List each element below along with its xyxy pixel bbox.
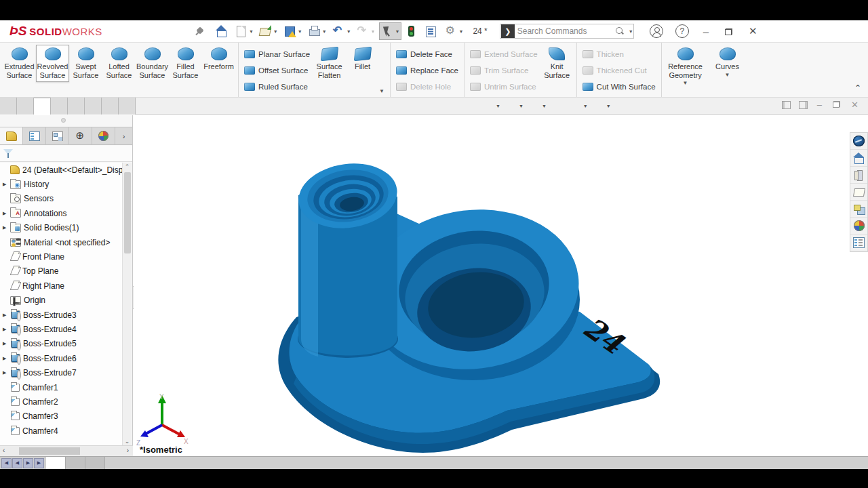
search-commands-box[interactable]: ❯ Search Commands ▼ [500,24,634,39]
graphics-viewport[interactable]: 24 Y X Z *Isometric [134,115,868,456]
dropdown-arrow-icon[interactable]: ▼ [458,29,463,34]
tree-item[interactable]: ▶ Front Plane [0,249,122,264]
menu-item[interactable] [121,28,134,34]
task-pane-button[interactable] [850,201,867,218]
doc-minimize-button[interactable]: – [812,100,827,110]
ribbon-button[interactable]: Fillet [346,45,379,82]
ribbon-button[interactable]: Untrim Surface [467,79,540,95]
dock-pane-right-icon[interactable] [799,101,808,109]
ribbon-button[interactable]: Delete Hole [393,79,461,95]
command-tab[interactable] [102,98,119,115]
dropdown-arrow-icon[interactable]: ▼ [395,29,400,34]
command-tab[interactable] [17,98,34,115]
command-tab[interactable] [51,98,68,115]
search-launch-icon[interactable]: ❯ [501,24,515,38]
dropdown-arrow-icon[interactable]: ▼ [583,104,588,108]
command-tab[interactable] [119,98,136,115]
scroll-up-icon[interactable]: ⌃ [123,163,132,170]
tree-item[interactable]: ▶ Origin [0,293,122,308]
tree-horizontal-scrollbar[interactable]: ‹ › [0,445,133,456]
toolbar-button[interactable] [422,22,441,40]
view-tool-button[interactable] [427,100,441,113]
ribbon-button[interactable]: Knit Surface [540,45,574,82]
minimize-button[interactable]: – [695,26,717,37]
view-tool-button[interactable] [445,100,459,113]
ribbon-button[interactable]: Delete Face [393,46,461,62]
ribbon-button[interactable]: Offset Surface [241,62,313,79]
restore-button[interactable] [717,26,741,37]
dropdown-arrow-icon[interactable]: ▼ [347,29,351,34]
task-pane-button[interactable] [850,184,867,201]
ribbon-button[interactable]: Cut With Surface [580,79,658,95]
tree-item[interactable]: ▶ Material <not specified> [0,235,122,249]
toolbar-button[interactable]: ▼ [257,22,280,40]
dropdown-arrow-icon[interactable]: ▼ [606,104,611,108]
tree-item[interactable]: ▶ Chamfer2 [0,394,122,409]
search-dropdown-icon[interactable]: ▼ [629,29,633,34]
panel-grip-icon[interactable] [61,118,66,123]
tree-vertical-scrollbar[interactable]: ⌃ ⌄ [122,163,132,445]
help-icon[interactable]: ? [675,24,689,38]
tree-item[interactable]: ▶ Boss-Extrude7 [0,365,122,380]
scroll-left-icon[interactable]: ‹ [3,447,5,454]
tree-item[interactable]: ▶ Boss-Extrude6 [0,351,122,365]
view-tool-button[interactable]: ▼ [481,100,500,113]
tree-item[interactable]: ▶ Solid Bodies(1) [0,221,122,235]
toolbar-button[interactable]: ▼ [355,22,378,40]
tree-item[interactable]: ▶ Sensors [0,192,122,206]
tree-item[interactable]: ▶ Chamfer3 [0,409,122,424]
doc-restore-button[interactable] [827,100,846,110]
task-pane-button[interactable] [850,218,867,235]
menu-item[interactable] [182,28,195,34]
toolbar-button[interactable] [403,22,421,40]
bottom-tab[interactable] [85,457,105,469]
tab-display-manager[interactable] [92,127,115,144]
tree-item[interactable]: ▶ Chamfer1 [0,380,122,394]
search-icon[interactable] [616,27,624,35]
command-tab[interactable] [0,98,17,115]
first-tab-button[interactable]: ◀ [1,458,12,468]
dropdown-arrow-icon[interactable]: ▼ [273,29,278,34]
dropdown-arrow-icon[interactable]: ▼ [496,104,500,108]
tree-item[interactable]: ▶ Boss-Extrude4 [0,322,122,336]
ribbon-button[interactable]: Ruled Surface [241,79,313,95]
ribbon-button[interactable]: Lofted Surface [102,45,136,82]
bottom-tab[interactable] [46,457,66,469]
view-tool-button[interactable] [463,100,477,113]
view-tool-button[interactable] [551,100,565,113]
view-tool-button[interactable]: ▼ [569,100,588,113]
view-tool-button[interactable]: ▼ [592,100,611,113]
ribbon-button[interactable]: Extend Surface [467,46,540,62]
ribbon-button[interactable]: Thicken [580,46,658,62]
ribbon-button[interactable]: Replace Face [393,62,461,79]
view-tool-button[interactable]: ▼ [528,100,547,113]
ribbon-button[interactable]: Freeform [202,45,235,74]
tab-property-manager[interactable] [23,127,46,144]
ribbon-button[interactable]: Extruded Surface [3,45,36,82]
dropdown-arrow-icon[interactable]: ▼ [249,29,254,34]
ribbon-button[interactable]: Trim Surface [467,62,540,79]
menu-item[interactable] [146,28,158,34]
command-tab[interactable] [34,98,51,115]
tree-item[interactable]: ▶ History [0,177,122,191]
prev-tab-button[interactable]: ◀ [12,458,22,468]
tree-item[interactable]: ▶ Right Plane [0,279,122,293]
task-pane-button[interactable] [850,167,867,184]
view-tool-button[interactable]: ▼ [505,100,524,113]
tab-configuration-manager[interactable] [46,127,69,144]
filter-funnel-icon[interactable] [3,149,13,158]
doc-close-button[interactable]: ✕ [846,100,864,110]
ribbon-button[interactable]: Curves ▼ [707,45,749,81]
dropdown-arrow-icon[interactable]: ▼ [519,104,524,108]
dock-pane-left-icon[interactable] [782,101,791,109]
bottom-tab[interactable] [66,457,85,469]
menu-item[interactable] [134,28,146,34]
dropdown-arrow-icon[interactable]: ▼ [298,29,302,34]
toolbar-button[interactable]: ▼ [379,22,402,40]
toolbar-button[interactable]: ▼ [233,22,256,40]
dropdown-arrow-icon[interactable]: ▼ [322,29,327,34]
command-tab[interactable] [85,98,102,115]
ribbon-collapse-icon[interactable]: ⌃ [854,83,861,93]
close-button[interactable]: ✕ [741,25,766,37]
scroll-down-icon[interactable]: ⌄ [123,438,132,445]
